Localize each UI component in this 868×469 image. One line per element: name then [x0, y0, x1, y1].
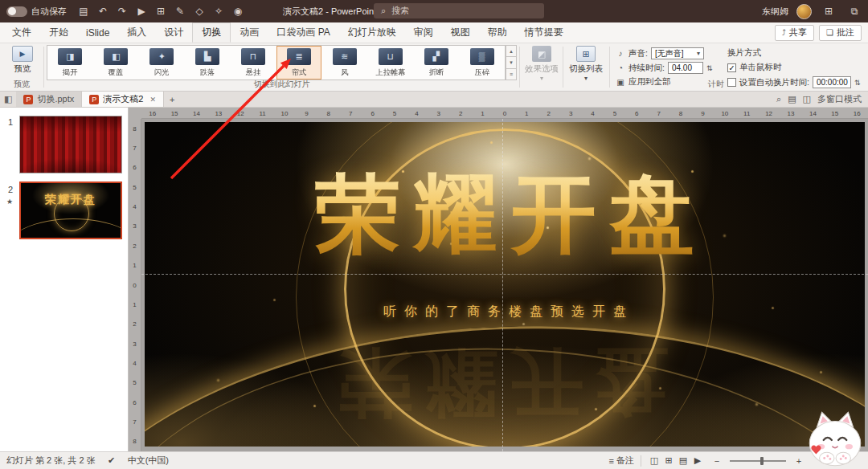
on-click-checkbox[interactable]: ✓: [727, 63, 736, 72]
auto-advance-time-input[interactable]: 00:00:00: [813, 76, 851, 88]
ruler-number: 1: [516, 108, 538, 118]
titlebar-grid-icon[interactable]: ⊞: [820, 3, 837, 19]
pointer-icon[interactable]: ✧: [210, 3, 227, 19]
ruler-number: 7: [129, 412, 141, 431]
zoom-slider-thumb[interactable]: [760, 457, 764, 465]
undo-icon[interactable]: ↶: [94, 3, 112, 19]
auto-advance-spinner-icon[interactable]: ⇅: [854, 79, 861, 87]
slide-2-thumbnail[interactable]: 荣耀开盘: [19, 181, 122, 239]
shapes-icon[interactable]: ◇: [190, 3, 208, 19]
slideshow-icon[interactable]: ▶: [133, 3, 150, 19]
transition-跌落[interactable]: ▙跌落: [185, 46, 231, 80]
ribbon-tab-幻灯片放映[interactable]: 幻灯片放映: [339, 22, 405, 43]
slide-title-text[interactable]: 荣耀开盘: [145, 157, 865, 272]
ribbon-tab-list: 文件开始iSlide插入设计切换动画口袋动画 PA幻灯片放映审阅视图帮助情节提要: [0, 22, 572, 43]
sound-dropdown[interactable]: [无声音] ▾: [651, 47, 704, 59]
ribbon-tab-审阅[interactable]: 审阅: [405, 22, 442, 43]
ruler-number: 1: [472, 108, 493, 118]
ribbon-tab-视图[interactable]: 视图: [442, 22, 479, 43]
transition-揭开[interactable]: ◨揭开: [47, 46, 93, 80]
vertical-ruler[interactable]: 87654321012345678: [129, 119, 141, 451]
save-icon[interactable]: ▤: [75, 3, 92, 19]
new-slide-icon[interactable]: ⊞: [152, 3, 170, 19]
close-icon[interactable]: ✕: [149, 96, 156, 104]
ribbon-tab-开始[interactable]: 开始: [40, 22, 77, 43]
on-click-row[interactable]: ✓ 单击鼠标时: [727, 62, 782, 73]
switch-list-button[interactable]: ⊞ 切换列表 ▾: [566, 46, 606, 81]
ruler-number: 3: [129, 217, 141, 236]
tab-menu-icon[interactable]: ▤: [788, 94, 796, 104]
transition-折断[interactable]: ▞折断: [413, 46, 459, 80]
editing-canvas[interactable]: 荣耀开盘 荣耀开盘 听你的了商务楼盘预选开盘: [141, 119, 868, 451]
slide-sorter-icon[interactable]: ⊞: [662, 455, 675, 466]
ruler-number: 3: [428, 108, 449, 118]
share-button[interactable]: ⤴ 共享: [775, 25, 814, 41]
zoom-out-icon[interactable]: −: [710, 456, 723, 466]
transition-覆盖[interactable]: ◧覆盖: [93, 46, 139, 80]
group-separator: [43, 47, 44, 88]
ruler-number: 12: [758, 108, 780, 118]
transition-label: 风: [341, 67, 348, 77]
transition-悬挂[interactable]: ⊓悬挂: [231, 46, 276, 80]
user-name[interactable]: 东纲姆: [762, 6, 788, 18]
transition-帘式[interactable]: ≣帘式: [276, 46, 322, 80]
effect-options-button[interactable]: ◩ 效果选项 ▾: [522, 46, 561, 81]
duration-spinner-icon[interactable]: ⇅: [706, 64, 713, 72]
preview-button[interactable]: ▶ 预览: [6, 46, 39, 75]
language-indicator[interactable]: 中文(中国): [128, 455, 169, 467]
titlebar-window-icon[interactable]: ⧉: [845, 3, 863, 19]
autosave-toggle-pill[interactable]: [6, 6, 27, 17]
record-icon[interactable]: ◉: [229, 3, 247, 19]
slide-editing-surface[interactable]: 荣耀开盘 荣耀开盘 听你的了商务楼盘预选开盘: [145, 122, 865, 447]
powerpoint-window: 自动保存 ▤↶↷▶⊞✎◇✧◉ 演示文稿2 - PowerPoint ⌕ 搜索 东…: [0, 0, 868, 469]
ribbon-tab-文件[interactable]: 文件: [3, 22, 40, 43]
ribbon-tab-iSlide[interactable]: iSlide: [77, 22, 118, 43]
ribbon-tab-动画[interactable]: 动画: [231, 22, 268, 43]
zoom-slider[interactable]: [730, 460, 786, 462]
transition-label: 跌落: [200, 67, 215, 77]
auto-advance-value: 00:00:00: [817, 78, 848, 87]
transition-风[interactable]: ≋风: [321, 46, 367, 80]
ribbon-tab-口袋动画 PA[interactable]: 口袋动画 PA: [268, 22, 338, 43]
ribbon-tab-设计[interactable]: 设计: [155, 22, 192, 43]
horizontal-ruler[interactable]: 1615141312111098765432101234567891011121…: [141, 108, 868, 119]
transition-上拉帷幕[interactable]: ⊔上拉帷幕: [367, 46, 413, 80]
comments-button[interactable]: ❏ 批注: [819, 25, 862, 41]
notes-button[interactable]: ≡ 备注: [609, 455, 634, 467]
slide-subtitle-text[interactable]: 听你的了商务楼盘预选开盘: [145, 304, 865, 320]
avatar[interactable]: [796, 4, 812, 19]
ribbon-tab-切换[interactable]: 切换: [192, 22, 231, 43]
gallery-scroll-down-icon[interactable]: ▾: [506, 57, 517, 68]
doc-tab-1[interactable]: P 切换.pptx: [16, 92, 82, 107]
cat-sticker: [800, 409, 868, 469]
transition-star-icon: ★: [6, 198, 13, 206]
reading-view-icon[interactable]: ▤: [677, 455, 690, 466]
gallery-scroll-up-icon[interactable]: ▴: [506, 45, 517, 57]
redo-icon[interactable]: ↷: [113, 3, 131, 19]
slide-1-thumbnail[interactable]: [19, 116, 122, 173]
doc-tab-2-label: 演示文稿2: [103, 93, 143, 105]
duration-input[interactable]: 04.00: [668, 62, 703, 74]
add-tab-button[interactable]: +: [164, 92, 180, 107]
ribbon-tab-插入[interactable]: 插入: [118, 22, 155, 43]
notes-icon: ≡: [609, 456, 614, 466]
slideshow-view-icon[interactable]: ▶: [691, 455, 704, 466]
panel-toggle-icon[interactable]: ◧: [0, 92, 16, 107]
doc-tab-2[interactable]: P 演示文稿2 ✕: [82, 92, 164, 107]
multi-window-icon[interactable]: ◫: [803, 94, 811, 104]
ribbon-tab-帮助[interactable]: 帮助: [479, 22, 516, 43]
multi-window-label[interactable]: 多窗口模式: [817, 93, 862, 105]
draw-icon[interactable]: ✎: [171, 3, 189, 19]
tab-search-icon[interactable]: ⌕: [776, 94, 781, 104]
proofing-icon[interactable]: ✔: [105, 455, 118, 466]
transition-帘式-icon: ≣: [287, 48, 311, 65]
ruler-number: 14: [186, 108, 207, 118]
normal-view-icon[interactable]: ◫: [648, 455, 661, 466]
transition-闪光[interactable]: ✦闪光: [139, 46, 185, 80]
search-box[interactable]: ⌕ 搜索: [374, 3, 544, 18]
transition-压碎[interactable]: ▒压碎: [459, 46, 505, 80]
chevron-down-icon: ▾: [540, 76, 543, 81]
autosave-toggle[interactable]: 自动保存: [0, 6, 75, 18]
ribbon-tab-情节提要[interactable]: 情节提要: [516, 22, 572, 43]
ruler-number: 5: [129, 177, 141, 197]
